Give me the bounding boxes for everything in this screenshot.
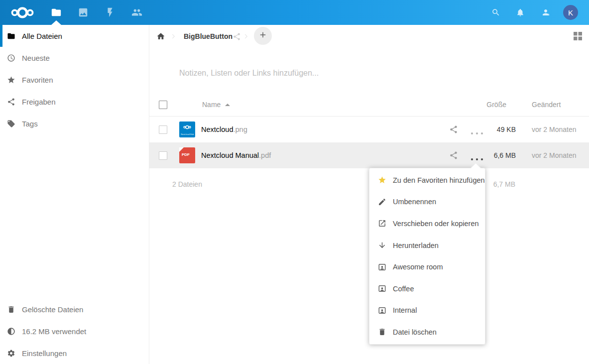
sidebar-item-label: Einstellungen xyxy=(22,349,67,358)
menu-item-label: Internal xyxy=(393,306,417,314)
sidebar-item-quota: 16.2 MB verwendet xyxy=(0,320,149,342)
sort-ascending-icon xyxy=(225,104,230,106)
contacts-app-icon[interactable] xyxy=(131,7,142,18)
file-extension: .pdf xyxy=(259,151,271,159)
new-file-button[interactable] xyxy=(254,27,272,45)
menu-item-label: Coffee xyxy=(393,285,414,293)
menu-item-label: Umbenennen xyxy=(393,198,436,206)
room-icon xyxy=(378,284,386,293)
menu-item-coffee[interactable]: Coffee xyxy=(369,278,485,300)
file-extension: .png xyxy=(233,125,247,133)
clock-icon xyxy=(7,54,15,62)
sidebar-item-deleted-files[interactable]: Gelöschte Dateien xyxy=(0,298,149,320)
menu-item-label: Herunterladen xyxy=(393,242,439,249)
search-icon[interactable] xyxy=(491,8,500,17)
sidebar-item-favorites[interactable]: Favoriten xyxy=(0,69,149,91)
sidebar-item-recent[interactable]: Neueste xyxy=(0,47,149,69)
sidebar-footer: Gelöschte Dateien 16.2 MB verwendet Eins… xyxy=(0,298,149,364)
room-icon xyxy=(378,263,386,271)
home-icon[interactable] xyxy=(156,32,165,41)
pencil-icon xyxy=(378,198,386,206)
breadcrumb-chevron-icon xyxy=(242,33,249,40)
menu-item-rename[interactable]: Umbenennen xyxy=(369,191,485,213)
nextcloud-files-app: K Alle Dateien Neueste Favoriten F xyxy=(0,0,589,364)
menu-item-delete-file[interactable]: Datei löschen xyxy=(369,321,485,343)
breadcrumb-share-icon[interactable] xyxy=(233,32,241,41)
file-modified: vor 2 Monaten xyxy=(532,117,577,142)
sidebar-item-label: Alle Dateien xyxy=(22,32,62,40)
gear-icon xyxy=(7,349,15,358)
file-name[interactable]: Nextcloud Manual.pdf xyxy=(201,142,271,168)
active-app-indicator xyxy=(51,20,61,25)
sidebar-item-tags[interactable]: Tags xyxy=(0,113,149,134)
pdf-file-thumbnail[interactable]: PDF xyxy=(179,147,195,163)
trash-icon xyxy=(378,328,386,336)
menu-item-add-to-favorites[interactable]: Zu den Favoriten hinzufügen xyxy=(369,169,485,191)
pdf-fold-corner xyxy=(179,147,184,152)
select-all-checkbox[interactable] xyxy=(159,101,167,109)
row-checkbox[interactable] xyxy=(159,125,167,134)
sidebar-item-label: Gelöschte Dateien xyxy=(22,305,83,314)
menu-item-move-or-copy[interactable]: Verschieben oder kopieren xyxy=(369,213,485,235)
contacts-menu-icon[interactable] xyxy=(541,8,550,17)
file-size: 49 KB xyxy=(456,117,516,142)
file-name[interactable]: Nextcloud.png xyxy=(201,117,247,142)
thumbnail-caption: Nextcloud Hub xyxy=(179,133,195,135)
sidebar-item-label: Freigaben xyxy=(22,98,56,106)
files-sidebar: Alle Dateien Neueste Favoriten Freigaben… xyxy=(0,25,149,364)
file-actions-context-menu: Zu den Favoriten hinzufügen Umbenennen V… xyxy=(369,168,485,345)
sidebar-item-label: Neueste xyxy=(22,54,50,62)
grid-view-toggle-icon[interactable] xyxy=(573,31,583,41)
file-size: 6,6 MB xyxy=(456,142,516,168)
user-avatar[interactable]: K xyxy=(563,5,578,20)
plus-icon xyxy=(258,30,267,41)
move-external-icon xyxy=(378,219,386,228)
sidebar-item-shares[interactable]: Freigaben xyxy=(0,91,149,113)
files-app-icon[interactable] xyxy=(51,7,62,18)
png-file-thumbnail[interactable]: Nextcloud Hub xyxy=(179,121,195,137)
sidebar-item-label: Favoriten xyxy=(22,76,53,84)
pdf-badge-label: PDF xyxy=(179,152,192,157)
file-modified: vor 2 Monaten xyxy=(532,142,577,168)
table-row-nextcloud-manual-pdf[interactable]: PDF Nextcloud Manual.pdf 6,6 MB vor 2 Mo… xyxy=(149,142,589,168)
file-list-header-row: Name Größe Geändert xyxy=(149,93,589,117)
sidebar-item-label: Tags xyxy=(22,120,38,128)
download-arrow-icon xyxy=(378,241,386,249)
breadcrumb-current-folder[interactable]: BigBlueButton xyxy=(184,32,233,40)
quota-pie-icon xyxy=(7,327,15,336)
breadcrumb-chevron-icon xyxy=(170,33,177,40)
notes-input-placeholder[interactable]: Notizen, Listen oder Links hinzufügen... xyxy=(179,69,319,78)
nextcloud-logo-icon[interactable] xyxy=(6,6,38,18)
top-navigation-bar: K xyxy=(0,0,589,25)
folder-icon xyxy=(7,32,15,40)
menu-item-awesome-room[interactable]: Awesome room xyxy=(369,256,485,278)
notifications-bell-icon[interactable] xyxy=(516,8,525,17)
menu-item-label: Zu den Favoriten hinzufügen xyxy=(393,176,485,184)
activity-app-icon[interactable] xyxy=(105,7,116,18)
menu-item-label: Awesome room xyxy=(393,263,443,271)
room-icon xyxy=(378,306,386,315)
menu-item-label: Datei löschen xyxy=(393,328,437,336)
column-header-modified[interactable]: Geändert xyxy=(532,93,561,117)
photos-app-icon[interactable] xyxy=(78,7,89,18)
trash-icon xyxy=(7,305,15,314)
sidebar-item-all-files[interactable]: Alle Dateien xyxy=(0,25,149,47)
sidebar-item-settings[interactable]: Einstellungen xyxy=(0,342,149,364)
star-icon xyxy=(7,76,15,84)
row-checkbox[interactable] xyxy=(159,151,167,160)
menu-item-internal[interactable]: Internal xyxy=(369,300,485,322)
file-count: 2 Dateien xyxy=(172,168,202,200)
share-icon xyxy=(7,98,15,106)
tag-icon xyxy=(7,120,15,128)
menu-item-label: Verschieben oder kopieren xyxy=(393,220,479,228)
quota-label: 16.2 MB verwendet xyxy=(22,327,86,336)
avatar-letter: K xyxy=(568,8,573,17)
star-icon xyxy=(378,176,386,184)
column-header-name[interactable]: Name xyxy=(202,93,221,117)
column-header-size[interactable]: Größe xyxy=(447,93,506,117)
table-row-nextcloud-png[interactable]: Nextcloud Hub Nextcloud.png 49 KB vor 2 … xyxy=(149,117,589,142)
menu-item-download[interactable]: Herunterladen xyxy=(369,235,485,256)
